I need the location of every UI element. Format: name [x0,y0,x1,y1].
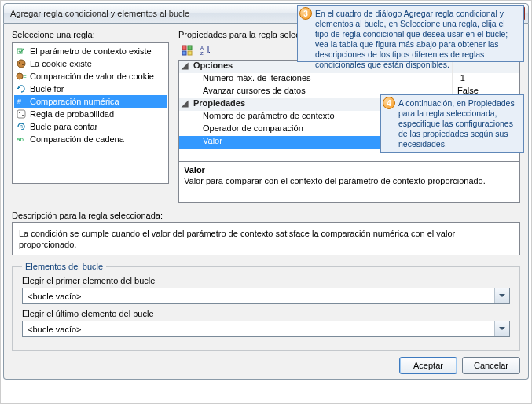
cookie-compare-icon: = [16,71,27,82]
loop-group-label: Elementos del bucle [22,262,106,271]
cookie-icon [16,58,27,69]
svg-point-4 [17,73,23,79]
rule-item-label: La cookie existe [30,58,92,69]
callout-text: En el cuadro de diálogo Agregar regla co… [315,9,508,69]
callout-3: 3 En el cuadro de diálogo Agregar regla … [297,5,524,62]
callout-4: 4 A continuación, en Propiedades para la… [380,94,524,153]
rule-item[interactable]: = Comparación de valor de cookie [14,70,167,83]
last-element-label: Elegir el último elemento del bucle [22,309,154,318]
chevron-down-icon[interactable] [494,321,509,336]
svg-rect-14 [182,51,186,55]
categorize-button[interactable] [178,42,196,58]
svg-rect-15 [188,51,192,55]
toolbar-separator [218,44,218,57]
rule-description-label: Descripción para la regla seleccionada: [12,211,520,220]
prop-value[interactable]: -1 [453,73,519,86]
rule-item[interactable]: n Bucle para contar [14,120,167,133]
prop-key: Número máx. de iteraciones [190,73,453,86]
rule-description-text: La condición se cumple cuando el valor d… [12,222,520,255]
svg-text:#: # [17,97,21,105]
cancel-button[interactable]: Cancelar [462,357,520,374]
rule-item-label: Bucle para contar [30,121,97,132]
rule-item[interactable]: El parámetro de contexto existe [14,45,167,57]
numeric-compare-icon: # [16,96,27,107]
svg-rect-13 [188,46,192,50]
rule-item-label: Bucle for [30,83,64,94]
rule-list[interactable]: El parámetro de contexto existe La cooki… [12,42,169,184]
chevron-down-icon[interactable] [494,288,509,303]
ok-button[interactable]: Aceptar [399,357,457,374]
callout-number-icon: 3 [299,7,312,20]
property-description-panel: Valor Valor para comparar con el context… [178,162,520,203]
combo-value[interactable]: <bucle vacío> [22,288,510,304]
combo-value[interactable]: <bucle vacío> [22,321,510,337]
svg-text:Z: Z [200,51,204,56]
count-loop-icon: n [16,121,27,132]
rule-item-label: Comparación numérica [30,96,119,107]
rule-item[interactable]: La cookie existe [14,57,167,70]
property-description-body: Valor para comparar con el contexto del … [184,176,515,185]
svg-point-1 [17,60,25,68]
rule-item[interactable]: Regla de probabilidad [14,108,167,120]
dialog-button-bar: Aceptar Cancelar [12,351,520,374]
svg-text:=: = [23,73,27,80]
propgrid-row[interactable]: Número máx. de iteraciones-1 [179,73,519,86]
first-element-label: Elegir el primer elemento del bucle [22,276,155,285]
rule-item-selected[interactable]: # Comparación numérica [14,95,167,108]
for-loop-icon [16,83,27,94]
rule-item[interactable]: Bucle for [14,83,167,95]
svg-point-3 [22,64,24,65]
context-param-icon [16,46,27,57]
callout-text: A continuación, en Propiedades para la r… [398,98,515,149]
svg-text:A: A [200,46,204,50]
string-compare-icon: ab [16,134,27,145]
rule-item-label: Comparación de cadena [30,134,124,145]
svg-text:ab: ab [17,136,24,143]
collapse-icon[interactable]: ◢ [179,98,190,111]
svg-text:n: n [20,123,23,129]
first-element-combo[interactable]: <bucle vacío> [22,288,510,304]
property-description-title: Valor [184,165,515,174]
loop-elements-group: Elementos del bucle Elegir el primer ele… [12,262,520,351]
svg-rect-7 [17,110,25,118]
last-element-combo[interactable]: <bucle vacío> [22,321,510,337]
callout-number-icon: 4 [383,97,395,109]
probability-icon [16,108,27,119]
svg-point-9 [22,115,24,116]
sort-az-button[interactable]: AZ [197,42,215,58]
rule-item-label: El parámetro de contexto existe [30,46,152,57]
svg-rect-12 [182,46,186,50]
rule-item[interactable]: ab Comparación de cadena [14,133,167,145]
select-rule-label: Seleccione una regla: [12,30,169,39]
collapse-icon[interactable]: ◢ [179,61,190,73]
svg-point-8 [19,112,20,113]
rule-item-label: Regla de probabilidad [30,108,114,119]
rule-item-label: Comparación de valor de cookie [30,71,154,82]
svg-point-2 [19,62,20,64]
